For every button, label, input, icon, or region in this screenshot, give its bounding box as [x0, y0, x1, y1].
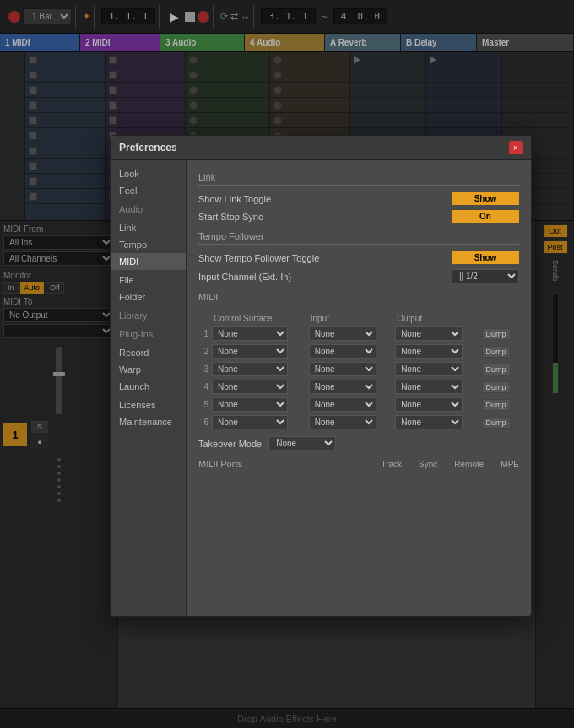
midi-surface-select-6[interactable]: None — [212, 415, 288, 429]
midi-output-select-6[interactable]: None — [395, 415, 463, 429]
pref-nav-record[interactable]: Record — [111, 344, 186, 361]
preferences-title: Preferences — [119, 142, 177, 154]
midi-ports-label: MIDI Ports — [198, 459, 242, 469]
midi-output-cell: None — [393, 378, 479, 396]
midi-input-cell: None — [307, 325, 393, 342]
midi-table-num-header — [198, 312, 210, 325]
pref-nav-record-group: Record Warp Launch — [111, 344, 186, 395]
pref-nav-file-group: File Folder — [111, 272, 186, 305]
pref-nav-library-group: Library — [111, 307, 186, 324]
midi-ports-remote-col: Remote — [454, 460, 484, 469]
pref-nav-plugins[interactable]: Plug-Ins — [111, 326, 186, 342]
midi-ports-columns: Track Sync Remote MPE — [381, 460, 519, 469]
takeover-mode-label: Takeover Mode — [198, 439, 262, 449]
midi-input-cell: None — [307, 378, 393, 396]
pref-nav-link-group: Link Tempo MIDI — [111, 219, 186, 270]
midi-control-surface-table: Control Surface Input Output 1 None None… — [198, 312, 519, 431]
midi-input-cell: None — [307, 360, 393, 378]
midi-output-cell: None — [393, 360, 479, 378]
start-stop-sync-row: Start Stop Sync On — [198, 210, 519, 223]
midi-dump-cell: Dump — [480, 413, 519, 431]
midi-dump-cell: Dump — [480, 342, 519, 360]
show-tempo-follower-label: Show Tempo Follower Toggle — [198, 253, 319, 263]
pref-nav-look-group: Look Feel — [111, 165, 186, 199]
midi-surface-select-4[interactable]: None — [212, 380, 288, 394]
midi-dump-cell: Dump — [480, 360, 519, 378]
midi-output-cell: None — [393, 413, 479, 431]
pref-nav-licenses[interactable]: Licenses — [111, 396, 186, 413]
midi-table-dump-header — [480, 312, 519, 325]
midi-surface-cell: None — [210, 413, 307, 431]
pref-nav-maintenance[interactable]: Maintenance — [111, 413, 186, 430]
midi-input-select-1[interactable]: None — [309, 326, 376, 341]
midi-dump-button-4[interactable]: Dump — [482, 381, 511, 393]
midi-surface-select-3[interactable]: None — [212, 362, 288, 376]
midi-input-select-6[interactable]: None — [309, 415, 376, 429]
pref-nav-audio[interactable]: Audio — [111, 201, 186, 218]
preferences-overlay: Preferences × Look Feel Audio Link Tempo… — [0, 0, 574, 728]
midi-output-select-1[interactable]: None — [395, 326, 463, 341]
midi-row-3: 3 None None None Dump — [198, 360, 519, 378]
midi-input-cell: None — [307, 342, 393, 360]
midi-input-select-4[interactable]: None — [309, 380, 376, 394]
preferences-body: Look Feel Audio Link Tempo MIDI File Fol… — [111, 160, 531, 616]
midi-row-num: 3 — [198, 360, 210, 378]
midi-surface-cell: None — [210, 325, 307, 342]
midi-input-select-5[interactable]: None — [309, 397, 376, 412]
midi-dump-button-5[interactable]: Dump — [482, 399, 511, 411]
midi-output-select-2[interactable]: None — [395, 344, 463, 359]
midi-ports-list — [198, 472, 519, 607]
preferences-titlebar: Preferences × — [111, 136, 531, 160]
midi-dump-button-1[interactable]: Dump — [482, 328, 511, 340]
midi-output-cell: None — [393, 342, 479, 360]
show-link-toggle-label: Show Link Toggle — [198, 194, 271, 204]
midi-output-select-4[interactable]: None — [395, 380, 463, 394]
midi-output-cell: None — [393, 325, 479, 342]
pref-nav-library[interactable]: Library — [111, 307, 186, 324]
pref-nav-look[interactable]: Look — [111, 165, 186, 182]
preferences-dialog: Preferences × Look Feel Audio Link Tempo… — [110, 135, 532, 617]
input-channel-select[interactable]: || 1/2 — [452, 269, 519, 283]
midi-section-title: MIDI — [198, 292, 519, 305]
pref-nav-tempo[interactable]: Tempo — [111, 236, 186, 253]
pref-nav-audio-group: Audio — [111, 201, 186, 218]
midi-surface-cell: None — [210, 360, 307, 378]
show-link-toggle-button[interactable]: Show — [452, 192, 519, 205]
input-channel-label: Input Channel (Ext. In) — [198, 272, 291, 282]
input-channel-row: Input Channel (Ext. In) || 1/2 — [198, 269, 519, 283]
preferences-close-button[interactable]: × — [509, 141, 523, 154]
midi-row-4: 4 None None None Dump — [198, 378, 519, 396]
midi-output-select-5[interactable]: None — [395, 397, 463, 412]
midi-input-select-3[interactable]: None — [309, 362, 376, 376]
midi-surface-select-1[interactable]: None — [212, 326, 288, 341]
midi-row-num: 6 — [198, 413, 210, 431]
midi-table-output-header: Output — [393, 312, 479, 325]
pref-nav-warp[interactable]: Warp — [111, 361, 186, 378]
pref-nav-feel[interactable]: Feel — [111, 182, 186, 199]
midi-output-cell: None — [393, 396, 479, 413]
takeover-mode-select[interactable]: None — [268, 436, 336, 450]
midi-row-num: 1 — [198, 325, 210, 342]
midi-row-5: 5 None None None Dump — [198, 396, 519, 413]
midi-table-surface-header: Control Surface — [210, 312, 307, 325]
midi-input-select-2[interactable]: None — [309, 344, 376, 359]
show-tempo-follower-button[interactable]: Show — [452, 251, 519, 264]
pref-nav-folder[interactable]: Folder — [111, 289, 186, 305]
midi-output-select-3[interactable]: None — [395, 362, 463, 376]
midi-ports-sync-col: Sync — [419, 460, 437, 469]
midi-table-input-header: Input — [307, 312, 393, 325]
midi-dump-button-2[interactable]: Dump — [482, 346, 511, 358]
pref-nav-link[interactable]: Link — [111, 219, 186, 236]
midi-surface-select-2[interactable]: None — [212, 344, 288, 359]
midi-dump-button-3[interactable]: Dump — [482, 364, 511, 375]
pref-nav-midi[interactable]: MIDI — [111, 253, 186, 270]
start-stop-sync-button[interactable]: On — [452, 210, 519, 223]
midi-row-2: 2 None None None Dump — [198, 342, 519, 360]
pref-nav-launch[interactable]: Launch — [111, 378, 186, 395]
preferences-content: Link Show Link Toggle Show Start Stop Sy… — [187, 160, 531, 616]
pref-nav-file[interactable]: File — [111, 272, 186, 289]
midi-dump-cell: Dump — [480, 378, 519, 396]
midi-ports-mpe-col: MPE — [501, 460, 519, 469]
midi-dump-button-6[interactable]: Dump — [482, 417, 511, 429]
midi-surface-select-5[interactable]: None — [212, 397, 288, 412]
